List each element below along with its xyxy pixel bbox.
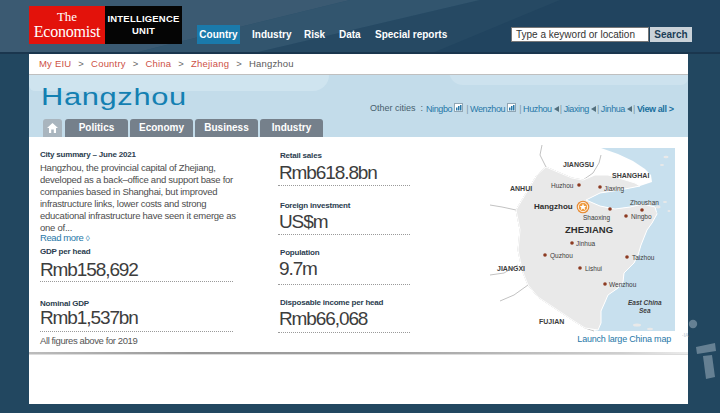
svg-text:Huzhou: Huzhou: [551, 182, 574, 189]
svg-text:Lishui: Lishui: [585, 265, 602, 272]
svg-text:Hangzhou: Hangzhou: [534, 202, 573, 211]
svg-text:FUJIAN: FUJIAN: [539, 318, 564, 325]
svg-text:JIANGSU: JIANGSU: [563, 161, 594, 168]
svg-text:Jinhua: Jinhua: [576, 240, 596, 247]
svg-text:Quzhou: Quzhou: [550, 252, 573, 260]
svg-text:Zhoushan: Zhoushan: [630, 199, 659, 206]
svg-text:Wenzhou: Wenzhou: [609, 281, 637, 288]
svg-text:Jiaxing: Jiaxing: [604, 185, 625, 193]
svg-text:Taizhou: Taizhou: [632, 254, 655, 261]
svg-text:Ningbo: Ningbo: [631, 213, 652, 221]
svg-text:ZHEJIANG: ZHEJIANG: [565, 224, 613, 235]
svg-text:·IA: ·IA: [682, 332, 689, 338]
svg-text:Shaoxing: Shaoxing: [583, 214, 610, 222]
svg-text:JIANGXI: JIANGXI: [497, 265, 525, 272]
svg-text:ANHUI: ANHUI: [510, 185, 532, 192]
svg-text:SHANGHAI: SHANGHAI: [612, 172, 649, 179]
